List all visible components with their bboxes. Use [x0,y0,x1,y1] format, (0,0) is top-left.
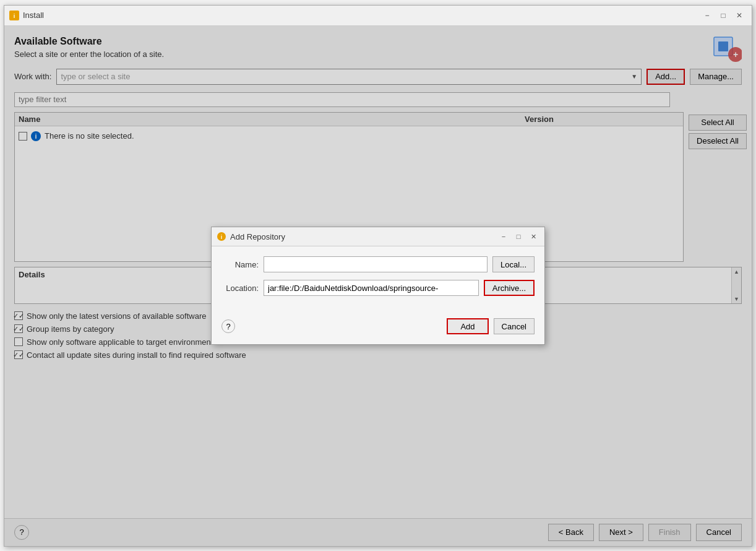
location-field-row: Location: Archive... [221,280,535,296]
modal-help-button[interactable]: ? [221,319,235,333]
title-bar-left: i Install [9,11,44,20]
content-area: Available Software Select a site or ente… [4,26,752,546]
modal-minimize-button[interactable]: − [497,231,510,242]
minimize-button[interactable]: − [700,9,715,22]
local-button[interactable]: Local... [492,256,535,272]
modal-app-icon: i [217,232,226,241]
modal-overlay: i Add Repository − □ ✕ Name: [4,26,752,546]
modal-title-bar: i Add Repository − □ ✕ [212,227,544,246]
svg-text:i: i [14,13,15,19]
name-input[interactable] [264,256,488,272]
location-field-label: Location: [221,284,259,293]
maximize-button[interactable]: □ [716,9,731,22]
name-field-label: Name: [221,260,259,269]
window-controls: − □ ✕ [700,9,747,22]
archive-button[interactable]: Archive... [484,280,535,296]
modal-close-button[interactable]: ✕ [527,231,539,242]
modal-footer: ? Add Cancel [212,313,544,344]
close-button[interactable]: ✕ [732,9,747,22]
window-title: Install [23,11,44,20]
location-input[interactable] [264,280,479,296]
modal-add-button[interactable]: Add [447,318,488,334]
modal-title-left: i Add Repository [217,232,285,241]
modal-maximize-button[interactable]: □ [512,231,525,242]
modal-title-text: Add Repository [230,232,285,241]
main-window: i Install − □ ✕ Available Software Selec… [4,5,752,547]
modal-cancel-button[interactable]: Cancel [494,318,535,334]
svg-text:i: i [221,234,223,240]
name-field-row: Name: Local... [221,256,535,272]
modal-body: Name: Local... Location: Archive... [212,246,544,313]
title-bar: i Install − □ ✕ [4,6,752,26]
modal-footer-actions: Add Cancel [447,318,535,334]
app-icon: i [9,11,19,20]
modal-title-controls: − □ ✕ [497,231,539,242]
add-repository-dialog: i Add Repository − □ ✕ Name: [211,227,545,345]
